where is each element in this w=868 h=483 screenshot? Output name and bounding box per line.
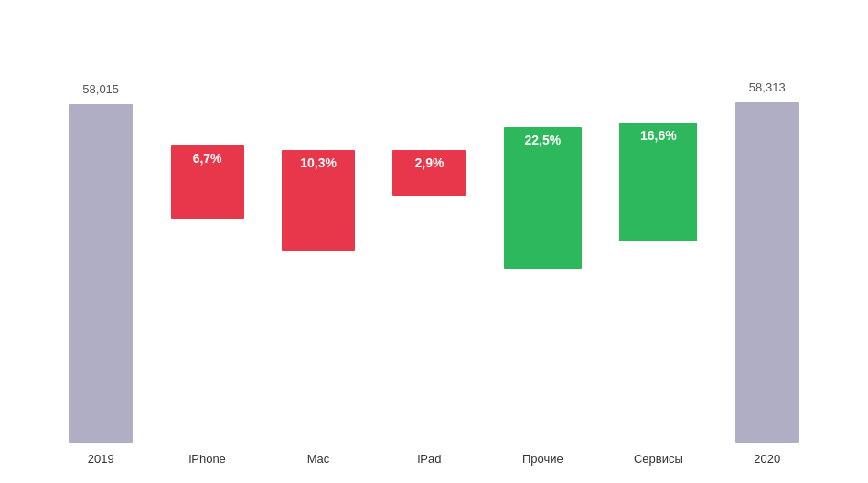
bar-servisы: 16,6%: [619, 123, 697, 242]
bar-2019: 58,015: [69, 104, 133, 443]
axis-label-ipad: iPad: [417, 452, 441, 466]
bar-group-mac: 10,3% Mac: [282, 95, 355, 466]
bar-wrapper-iphone: 6,7%: [171, 95, 244, 443]
bar-label-servisы: 16,6%: [619, 128, 697, 143]
bar-group-2020: 58,313 2020: [735, 95, 799, 466]
bar-ipad: 2,9%: [392, 150, 466, 196]
axis-label-mac: Mac: [307, 452, 330, 466]
bar-wrapper-servisы: 16,6%: [619, 95, 697, 443]
bar-wrapper-ipad: 2,9%: [392, 95, 466, 443]
bar-group-iphone: 6,7% iPhone: [171, 95, 244, 466]
bar-value-2019: 58,015: [82, 82, 119, 96]
bar-wrapper-2019: 58,015: [69, 95, 133, 443]
bar-label-ipad: 2,9%: [392, 156, 466, 170]
bar-label-mac: 10,3%: [282, 156, 355, 170]
bar-2020: 58,313: [735, 102, 799, 443]
bar-group-prochie: 22,5% Прочие: [504, 95, 582, 466]
bar-group-servisы: 16,6% Сервисы: [619, 95, 697, 466]
bar-iphone: 6,7%: [171, 145, 244, 219]
bar-value-2020: 58,313: [749, 80, 786, 94]
bar-label-prochie: 22,5%: [504, 133, 582, 147]
axis-label-iphone: iPhone: [188, 452, 225, 466]
bar-wrapper-2020: 58,313: [735, 95, 799, 443]
chart-area: 58,015 2019 6,7% iPhone 10,3% Mac: [23, 17, 846, 466]
axis-label-2020: 2020: [754, 452, 780, 466]
bar-mac: 10,3%: [282, 150, 355, 251]
axis-label-servisы: Сервисы: [634, 452, 683, 466]
axis-label-2019: 2019: [88, 452, 114, 466]
bar-group-2019: 58,015 2019: [69, 95, 133, 466]
bar-group-ipad: 2,9% iPad: [392, 95, 466, 466]
chart-container: 58,015 2019 6,7% iPhone 10,3% Mac: [23, 17, 846, 466]
axis-label-prochie: Прочие: [522, 452, 563, 466]
bar-wrapper-mac: 10,3%: [282, 95, 355, 443]
bar-label-iphone: 6,7%: [171, 151, 244, 166]
bar-wrapper-prochie: 22,5%: [504, 95, 582, 443]
bar-prochie: 22,5%: [504, 127, 582, 269]
